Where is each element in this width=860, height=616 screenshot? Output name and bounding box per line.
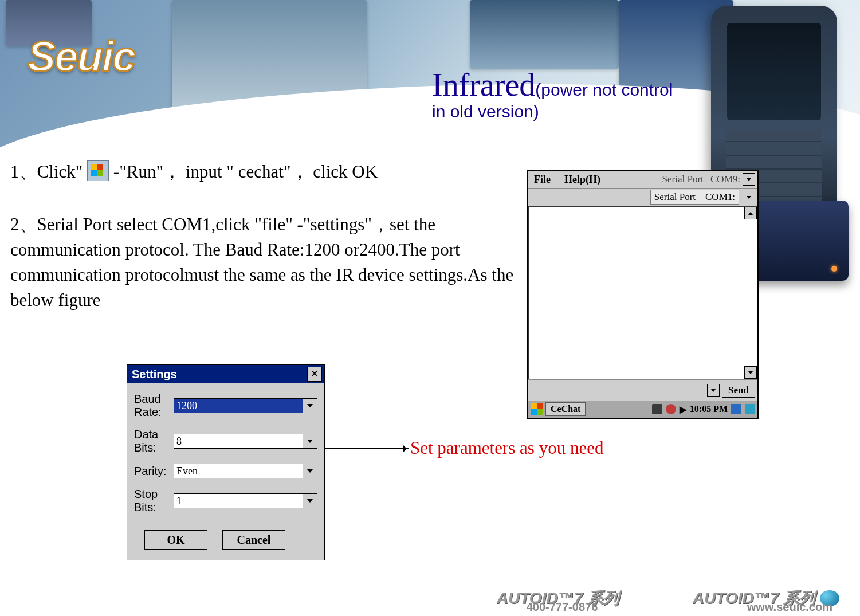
svg-marker-5 (747, 196, 751, 199)
desktop-icon[interactable] (731, 404, 741, 414)
dropdown-icon[interactable] (303, 493, 317, 508)
scroll-up-button[interactable] (744, 207, 757, 219)
svg-marker-3 (307, 499, 313, 503)
cechat-subbar: Serial Port COM1: (528, 189, 757, 206)
serial-port-top-value: COM9: (710, 174, 740, 185)
data-bits-label: Data Bits: (134, 428, 174, 454)
network-icon[interactable] (666, 404, 676, 414)
cancel-button[interactable]: Cancel (222, 530, 285, 550)
tray-play-icon: ▶ (680, 404, 686, 415)
title-main: Infrared (432, 67, 535, 103)
svg-marker-8 (711, 389, 716, 392)
menu-file[interactable]: File (531, 172, 554, 187)
baud-rate-label: Baud Rate: (134, 393, 174, 419)
serial-port-sub[interactable]: Serial Port COM1: (650, 190, 739, 205)
footer-phone: 400-777-0876 (505, 601, 619, 614)
ok-button[interactable]: OK (144, 530, 207, 550)
step-1-prefix: 1、Click" (10, 162, 83, 182)
footer-url: www.seuic.com (747, 601, 832, 614)
cechat-window: File Help(H) Serial Port COM9: Serial Po… (527, 170, 759, 419)
data-bits-input[interactable] (174, 434, 303, 449)
title-paren-close: ) (533, 102, 539, 121)
cechat-send-row: Send (528, 379, 757, 401)
serial-port-top: Serial Port COM9: (662, 173, 755, 186)
send-button[interactable]: Send (722, 383, 755, 398)
svg-marker-7 (748, 371, 753, 374)
dropdown-icon[interactable] (303, 464, 317, 478)
dropdown-icon[interactable] (707, 384, 720, 397)
svg-marker-2 (307, 469, 313, 473)
settings-dialog: Settings × Baud Rate: Data Bits: Parity:… (127, 364, 325, 560)
dock-led-icon (831, 266, 837, 272)
svg-marker-1 (307, 440, 313, 443)
data-bits-combo[interactable] (174, 434, 317, 449)
parity-label: Parity: (134, 465, 174, 478)
title-paren-open: ( (535, 80, 541, 99)
brand-logo: Seuic (28, 36, 135, 78)
cechat-textarea[interactable] (528, 206, 757, 379)
serial-port-sub-label: Serial Port (654, 191, 696, 202)
keyboard-icon[interactable] (652, 404, 662, 414)
cechat-menubar: File Help(H) Serial Port COM9: (528, 171, 757, 189)
baud-rate-combo[interactable] (174, 398, 317, 413)
menu-help[interactable]: Help(H) (561, 172, 604, 187)
annotation-text: Set parameters as you need (410, 439, 603, 457)
serial-port-top-label: Serial Port (662, 174, 704, 185)
dropdown-icon[interactable] (743, 173, 755, 186)
settings-titlebar: Settings × (127, 365, 324, 383)
scroll-down-button[interactable] (744, 366, 757, 379)
parity-input[interactable] (174, 464, 303, 478)
step-1: 1、Click" -"Run"， input " cechat"， click … (10, 159, 515, 185)
step-1-rest: -"Run"， input " cechat"， click OK (113, 162, 378, 182)
taskbar-app-button[interactable]: CeChat (545, 402, 586, 416)
svg-marker-4 (747, 178, 751, 181)
banner-photo (470, 0, 619, 69)
windows-start-icon[interactable] (531, 403, 543, 415)
annotation-arrow-icon (317, 448, 409, 449)
svg-marker-6 (748, 212, 753, 215)
slide-title: Infrared(power not control in old versio… (432, 69, 684, 123)
serial-port-sub-value: COM1: (705, 191, 735, 202)
stop-bits-input[interactable] (174, 493, 303, 508)
parity-combo[interactable] (174, 464, 317, 478)
dropdown-icon[interactable] (303, 398, 317, 413)
baud-rate-input[interactable] (174, 398, 303, 413)
system-tray: ▶ 10:05 PM (652, 404, 755, 415)
svg-marker-0 (307, 404, 313, 407)
tray-clock: 10:05 PM (690, 404, 728, 414)
stop-bits-label: Stop Bits: (134, 488, 174, 514)
cechat-taskbar: CeChat ▶ 10:05 PM (528, 401, 757, 418)
stop-bits-combo[interactable] (174, 493, 317, 508)
windows-start-icon (87, 160, 109, 181)
tray-extra-icon[interactable] (745, 404, 755, 414)
dropdown-icon[interactable] (303, 434, 317, 449)
dropdown-icon[interactable] (743, 191, 755, 203)
settings-title: Settings (132, 368, 177, 381)
close-button[interactable]: × (307, 367, 322, 382)
step-2: 2、Serial Port select COM1,click "file" -… (10, 212, 526, 313)
